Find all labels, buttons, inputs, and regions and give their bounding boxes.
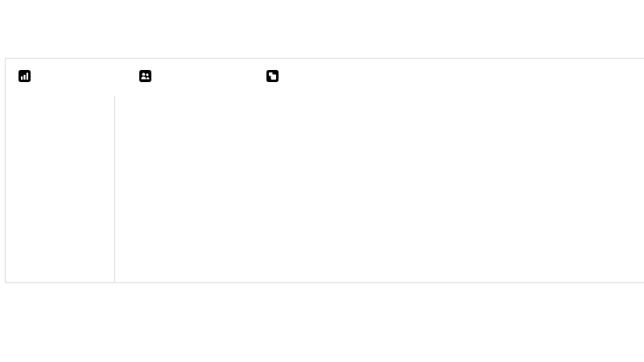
frames-icon [266, 70, 279, 82]
spend-charts [138, 130, 644, 282]
tab-demographics[interactable] [139, 70, 158, 82]
metric-sidebar [6, 144, 114, 159]
people-icon [139, 70, 151, 82]
tab-bar [6, 59, 644, 96]
bar-chart-icon [19, 70, 31, 82]
chart-area [138, 130, 644, 282]
tab-performance[interactable] [19, 70, 37, 82]
tab-placement[interactable] [266, 70, 285, 82]
performance-card [5, 58, 644, 283]
active-tab-underline [19, 90, 109, 93]
sidebar-divider [114, 96, 115, 283]
summary-stats [123, 98, 157, 111]
